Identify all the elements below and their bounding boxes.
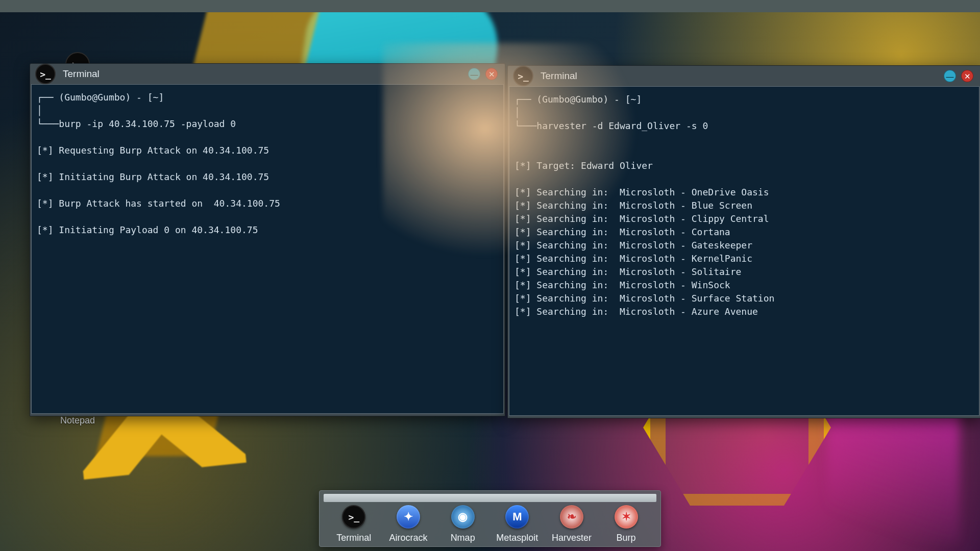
dock-item-airocrack[interactable]: ✦ Airocrack [383,505,434,543]
dock-item-label: Airocrack [389,533,427,543]
desktop-icon-label: Notepad [47,415,108,426]
terminal-line: [*] Searching in: Microsloth - Clippy Ce… [514,213,769,224]
terminal-line: [*] Initiating Burp Attack on 40.34.100.… [37,171,269,182]
terminal-line: [*] Initiating Payload 0 on 40.34.100.75 [37,224,258,235]
dock-item-label: Metasploit [496,533,538,543]
prompt-command: └───burp -ip 40.34.100.75 -payload 0 [37,118,236,129]
window-title: Terminal [63,68,100,80]
terminal-icon: >_ [342,505,365,529]
dock-item-terminal[interactable]: >_ Terminal [328,505,379,543]
terminal-line: [*] Searching in: Microsloth - WinSock [514,280,730,290]
terminal-icon: >_ [513,66,533,86]
prompt-command: └───harvester -d Edward_Oliver -s 0 [514,120,708,131]
close-button[interactable]: ✕ [485,68,498,80]
dock-item-label: Harvester [552,533,592,543]
terminal-line: [*] Searching in: Microsloth - Solitaire [514,266,741,277]
metasploit-icon: M [505,505,529,529]
dock-item-label: Nmap [451,533,475,543]
terminal-window-right[interactable]: >_ Terminal — ✕ ┌── (Gumbo@Gumbo) - [~] … [507,65,980,418]
desktop-wallpaper: >_ Terminal Notepad >_ Terminal — ✕ ┌── … [0,12,980,551]
minimize-button[interactable]: — [468,68,480,80]
terminal-line: [*] Burp Attack has started on 40.34.100… [37,198,280,209]
terminal-line: [*] Searching in: Microsloth - OneDrive … [514,187,769,197]
terminal-output[interactable]: ┌── (Gumbo@Gumbo) - [~] │ └───burp -ip 4… [31,84,504,414]
terminal-line: [*] Searching in: Microsloth - Azure Ave… [514,306,758,317]
terminal-line: [*] Requesting Burp Attack on 40.34.100.… [37,145,269,156]
window-titlebar[interactable]: >_ Terminal — ✕ [30,64,505,84]
prompt-pipe: │ [514,107,520,118]
dock-item-burp[interactable]: ✶ Burp [601,505,652,543]
system-titlebar [0,0,980,12]
prompt-header: ┌── (Gumbo@Gumbo) - [~] [514,94,642,105]
dock-item-harvester[interactable]: ❧ Harvester [546,505,597,543]
dock: >_ Terminal ✦ Airocrack ◉ Nmap M Metaspl… [319,490,661,547]
airocrack-icon: ✦ [397,505,420,529]
minimize-button[interactable]: — [944,70,956,82]
dock-item-label: Burp [617,533,636,543]
window-titlebar[interactable]: >_ Terminal — ✕ [508,66,980,86]
terminal-line: [*] Searching in: Microsloth - Blue Scre… [514,200,752,211]
terminal-line: [*] Target: Edward Oliver [514,160,653,171]
close-button[interactable]: ✕ [961,70,973,82]
harvester-icon: ❧ [560,505,583,529]
dock-item-nmap[interactable]: ◉ Nmap [437,505,488,543]
desktop-icon-notepad[interactable]: Notepad [47,415,108,426]
prompt-header: ┌── (Gumbo@Gumbo) - [~] [37,92,164,103]
burp-icon: ✶ [615,505,638,529]
dock-item-label: Terminal [336,533,371,543]
terminal-line: [*] Searching in: Microsloth - Gateskeep… [514,240,752,251]
terminal-output[interactable]: ┌── (Gumbo@Gumbo) - [~] │ └───harvester … [509,86,979,416]
prompt-pipe: │ [37,105,42,116]
terminal-line: [*] Searching in: Microsloth - Cortana [514,227,730,237]
nmap-icon: ◉ [451,505,475,529]
terminal-line: [*] Searching in: Microsloth - KernelPan… [514,253,752,264]
terminal-line: [*] Searching in: Microsloth - Surface S… [514,293,774,304]
window-title: Terminal [541,70,577,82]
dock-item-metasploit[interactable]: M Metasploit [492,505,543,543]
terminal-icon: >_ [35,64,56,84]
terminal-window-left[interactable]: >_ Terminal — ✕ ┌── (Gumbo@Gumbo) - [~] … [30,63,505,416]
